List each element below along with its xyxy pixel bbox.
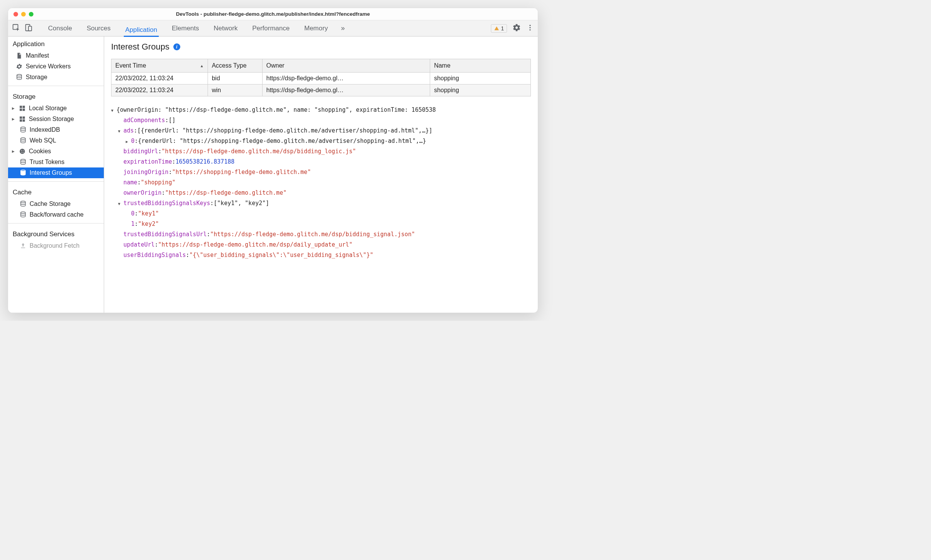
cell-owner: https://dsp-fledge-demo.gl… bbox=[262, 73, 430, 84]
tree-prop-trustedkeys-0[interactable]: 0: "key1" bbox=[111, 209, 531, 219]
window-title: DevTools - publisher-fledge-demo.glitch.… bbox=[176, 11, 370, 17]
more-tabs-button[interactable]: » bbox=[341, 24, 345, 32]
db-icon bbox=[20, 211, 27, 218]
tab-network[interactable]: Network bbox=[212, 22, 239, 35]
tree-prop-ownerorigin[interactable]: ownerOrigin: "https://dsp-fledge-demo.gl… bbox=[111, 188, 531, 198]
sidebar-item-label: Web SQL bbox=[30, 137, 56, 144]
tab-application[interactable]: Application bbox=[124, 23, 159, 37]
sidebar-item-web-sql[interactable]: Web SQL bbox=[8, 135, 104, 146]
content-pane: Interest Groups i Event Time▲ Access Typ… bbox=[104, 36, 538, 313]
svg-point-5 bbox=[529, 29, 530, 30]
db-icon bbox=[20, 137, 27, 144]
col-owner[interactable]: Owner bbox=[262, 59, 430, 73]
svg-rect-13 bbox=[20, 119, 22, 122]
col-name[interactable]: Name bbox=[430, 59, 531, 73]
sidebar-item-label: Background Fetch bbox=[30, 242, 80, 249]
db-icon bbox=[20, 200, 27, 207]
more-options-icon[interactable] bbox=[526, 24, 534, 33]
svg-point-21 bbox=[23, 152, 23, 153]
tab-console[interactable]: Console bbox=[47, 22, 73, 35]
tree-prop-biddingurl[interactable]: biddingUrl: "https://dsp-fledge-demo.gli… bbox=[111, 146, 531, 157]
db-icon bbox=[16, 74, 23, 81]
sidebar-item-background-fetch[interactable]: Background Fetch bbox=[8, 240, 104, 251]
db-icon bbox=[20, 159, 27, 166]
sidebar-item-session-storage[interactable]: Session Storage bbox=[8, 114, 104, 124]
tree-prop-name[interactable]: name: "shopping" bbox=[111, 177, 531, 188]
divider bbox=[8, 223, 104, 224]
sidebar-item-service-workers[interactable]: Service Workers bbox=[8, 61, 104, 72]
sidebar-item-local-storage[interactable]: Local Storage bbox=[8, 103, 104, 114]
warning-count: 1 bbox=[501, 25, 504, 31]
divider bbox=[8, 86, 104, 86]
table-row[interactable]: 22/03/2022, 11:03:24 win https://dsp-fle… bbox=[111, 84, 531, 96]
svg-point-4 bbox=[529, 27, 530, 28]
sidebar-item-manifest[interactable]: Manifest bbox=[8, 50, 104, 61]
sidebar-item-label: Manifest bbox=[26, 52, 49, 59]
section-cache: Cache bbox=[8, 185, 104, 199]
sidebar-item-indexeddb[interactable]: IndexedDB bbox=[8, 124, 104, 135]
tab-sources[interactable]: Sources bbox=[85, 22, 112, 35]
tree-prop-trustedkeys-1[interactable]: 1: "key2" bbox=[111, 219, 531, 229]
tree-prop-updateurl[interactable]: updateUrl: "https://dsp-fledge-demo.glit… bbox=[111, 240, 531, 250]
sidebar-item-storage[interactable]: Storage bbox=[8, 72, 104, 83]
tab-elements[interactable]: Elements bbox=[170, 22, 201, 35]
cell-owner: https://dsp-fledge-demo.gl… bbox=[262, 84, 430, 96]
svg-point-22 bbox=[21, 159, 25, 161]
sidebar-item-trust-tokens[interactable]: Trust Tokens bbox=[8, 157, 104, 167]
upload-icon bbox=[20, 242, 27, 249]
table-row[interactable]: 22/03/2022, 11:03:24 bid https://dsp-fle… bbox=[111, 73, 531, 84]
sidebar-item-cookies[interactable]: Cookies bbox=[8, 146, 104, 157]
divider bbox=[8, 181, 104, 182]
warnings-badge[interactable]: 1 bbox=[491, 24, 507, 33]
sidebar-item-label: Trust Tokens bbox=[30, 159, 65, 166]
tree-prop-ads-0[interactable]: 0: {renderUrl: "https://shopping-fledge-… bbox=[111, 136, 531, 146]
svg-point-19 bbox=[23, 151, 23, 151]
tree-root[interactable]: {ownerOrigin: "https://dsp-fledge-demo.g… bbox=[111, 105, 531, 115]
cell-access-type: win bbox=[208, 84, 262, 96]
tab-memory[interactable]: Memory bbox=[303, 22, 329, 35]
sidebar-item-label: IndexedDB bbox=[30, 126, 60, 133]
sidebar-item-bfcache[interactable]: Back/forward cache bbox=[8, 209, 104, 220]
svg-point-17 bbox=[20, 149, 25, 154]
maximize-window-button[interactable] bbox=[29, 12, 33, 17]
close-window-button[interactable] bbox=[13, 12, 18, 17]
grid-icon bbox=[19, 105, 26, 112]
devtools-window: DevTools - publisher-fledge-demo.glitch.… bbox=[8, 8, 538, 313]
svg-point-3 bbox=[529, 25, 530, 26]
svg-rect-2 bbox=[28, 26, 32, 31]
tree-prop-trustedurl[interactable]: trustedBiddingSignalsUrl: "https://dsp-f… bbox=[111, 229, 531, 240]
sidebar-item-interest-groups[interactable]: Interest Groups bbox=[8, 167, 104, 178]
application-sidebar: Application Manifest Service Workers Sto… bbox=[8, 36, 104, 313]
sidebar-item-label: Cookies bbox=[29, 148, 51, 155]
cookie-icon bbox=[19, 148, 26, 155]
inspect-element-icon[interactable] bbox=[12, 23, 20, 33]
device-toolbar-icon[interactable] bbox=[24, 23, 33, 33]
svg-point-18 bbox=[21, 150, 22, 151]
tree-prop-expirationtime[interactable]: expirationTime: 1650538216.837188 bbox=[111, 157, 531, 167]
grid-icon bbox=[19, 116, 26, 123]
tree-prop-userbiddingsignals[interactable]: userBiddingSignals: "{\"user_bidding_sig… bbox=[111, 250, 531, 260]
tree-prop-ads[interactable]: ads: [{renderUrl: "https://shopping-fled… bbox=[111, 126, 531, 136]
svg-rect-9 bbox=[20, 109, 22, 111]
settings-icon[interactable] bbox=[512, 23, 521, 33]
db-icon bbox=[20, 169, 27, 176]
traffic-lights bbox=[13, 12, 33, 17]
cell-event-time: 22/03/2022, 11:03:24 bbox=[111, 73, 208, 84]
warning-icon bbox=[494, 26, 499, 31]
info-icon[interactable]: i bbox=[173, 43, 180, 50]
tab-performance[interactable]: Performance bbox=[251, 22, 291, 35]
svg-rect-14 bbox=[23, 119, 25, 122]
svg-point-6 bbox=[17, 75, 22, 76]
svg-rect-10 bbox=[23, 109, 25, 111]
col-event-time[interactable]: Event Time▲ bbox=[111, 59, 208, 73]
sidebar-item-label: Local Storage bbox=[29, 105, 67, 112]
col-access-type[interactable]: Access Type bbox=[208, 59, 262, 73]
tree-prop-joiningorigin[interactable]: joiningOrigin: "https://shopping-fledge-… bbox=[111, 167, 531, 177]
minimize-window-button[interactable] bbox=[21, 12, 26, 17]
titlebar: DevTools - publisher-fledge-demo.glitch.… bbox=[8, 8, 538, 20]
sidebar-item-cache-storage[interactable]: Cache Storage bbox=[8, 199, 104, 209]
events-table: Event Time▲ Access Type Owner Name 22/03… bbox=[111, 59, 531, 96]
tree-prop-trustedkeys[interactable]: trustedBiddingSignalsKeys: ["key1", "key… bbox=[111, 198, 531, 209]
svg-rect-7 bbox=[20, 106, 22, 108]
tree-prop-adcomponents[interactable]: adComponents: [] bbox=[111, 115, 531, 126]
